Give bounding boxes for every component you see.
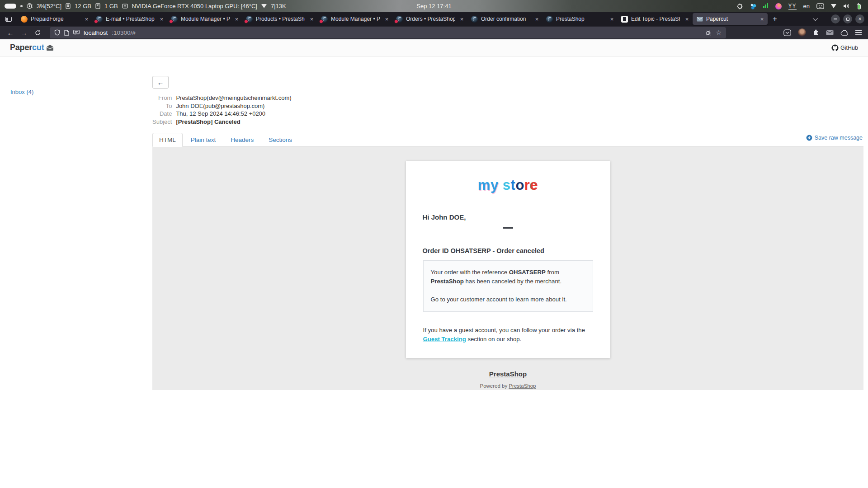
from-value: PrestaShop(dev@meingutscheinmarkt.com) xyxy=(176,94,291,102)
download-icon xyxy=(806,135,812,141)
flame-tray-icon[interactable] xyxy=(775,3,782,9)
tab-email-prestashop[interactable]: E-mail • PrestaShop × xyxy=(92,13,167,25)
tab-close-icon[interactable]: × xyxy=(533,16,541,23)
tab-close-icon[interactable]: × xyxy=(608,16,616,23)
tab-products[interactable]: Products • PrestaShop × xyxy=(242,13,317,25)
order-status-text: Your order with the reference OHSATSERP … xyxy=(431,268,585,286)
papercut-logo: Papercut xyxy=(10,43,54,52)
indicator-tray-icon[interactable] xyxy=(750,3,756,9)
tab-orders[interactable]: Orders • PrestaShop × xyxy=(392,13,467,25)
mail-icon[interactable] xyxy=(826,30,834,35)
browser-toolbar: ← → localhost:10300/# ☆ xyxy=(0,26,868,39)
tab-prestashop[interactable]: PrestaShop × xyxy=(542,13,618,25)
tab-module-manager-2[interactable]: Module Manager • Presta × xyxy=(317,13,392,25)
url-host: localhost xyxy=(84,29,108,36)
back-to-inbox-button[interactable]: ← xyxy=(152,76,169,89)
page-info-icon[interactable] xyxy=(64,30,69,36)
to-value: John DOE(pub@prestashop.com) xyxy=(176,102,291,110)
reload-button[interactable] xyxy=(32,27,43,38)
language-indicator[interactable]: en xyxy=(803,3,810,9)
prestashop-favicon xyxy=(396,16,403,23)
tab-prepaidforge[interactable]: PrepaidForge × xyxy=(17,13,92,25)
tab-close-icon[interactable]: × xyxy=(83,16,90,23)
activities-pill-icon[interactable] xyxy=(5,4,16,9)
window-maximize-button[interactable] xyxy=(843,14,852,23)
notification-badge xyxy=(94,19,98,23)
wifi-icon[interactable] xyxy=(831,4,836,8)
tab-close-icon[interactable]: × xyxy=(758,16,766,23)
to-label: To xyxy=(152,102,176,110)
back-button[interactable]: ← xyxy=(5,27,16,38)
list-all-tabs-button[interactable] xyxy=(809,14,820,24)
shop-name: PrestaShop xyxy=(431,278,464,285)
save-raw-message-link[interactable]: Save raw message xyxy=(806,135,863,141)
tab-plain-text[interactable]: Plain text xyxy=(184,133,223,147)
tab-close-icon[interactable]: × xyxy=(308,16,316,23)
extension-icon[interactable] xyxy=(813,29,819,36)
volume-icon[interactable] xyxy=(843,3,849,9)
notification-badge xyxy=(169,19,173,23)
tab-edit-topic-forum[interactable]: Edit Topic - PrestaShop Fo × xyxy=(618,13,693,25)
pocket-badge-icon[interactable] xyxy=(783,29,791,36)
forward-button[interactable]: → xyxy=(18,27,30,38)
docker-tray-icon[interactable] xyxy=(736,3,743,9)
papercut-favicon xyxy=(696,16,703,23)
prestashop-footer-link[interactable]: PrestaShop xyxy=(489,370,527,378)
tab-order-confirmation[interactable]: Order confirmation × xyxy=(467,13,542,25)
bookmark-star-icon[interactable]: ☆ xyxy=(716,29,722,36)
tab-papercut-active[interactable]: Papercut × xyxy=(693,13,768,25)
message-meta: From PrestaShop(dev@meingutscheinmarkt.c… xyxy=(152,94,292,126)
touchpad-icon[interactable] xyxy=(816,3,824,9)
shield-icon[interactable] xyxy=(54,29,60,36)
prestashop-favicon xyxy=(246,16,253,23)
system-top-bar: 3%[52°C] 12 GB 1 GB NVIDIA GeForce RTX 4… xyxy=(0,0,868,12)
html-preview-frame: my store Hi John DOE, Order ID OHSATSERP… xyxy=(152,147,863,390)
browser-tab-bar: PrepaidForge × E-mail • PrestaShop × Mod… xyxy=(0,12,868,26)
tab-html[interactable]: HTML xyxy=(152,133,183,147)
system-monitor-icon[interactable] xyxy=(763,3,769,9)
tab-headers[interactable]: Headers xyxy=(224,133,260,147)
powered-by-link[interactable]: PrestaShop xyxy=(509,383,536,389)
tab-sections[interactable]: Sections xyxy=(262,133,299,147)
subject-label: Subject xyxy=(152,118,176,126)
swap-stat: 1 GB xyxy=(104,3,118,9)
window-close-button[interactable]: × xyxy=(855,14,864,23)
subject-value: [PrestaShop] Canceled xyxy=(176,118,291,126)
cpu-stat: 3%[52°C] xyxy=(37,3,61,9)
customer-account-text: Go to your customer account to learn mor… xyxy=(431,295,585,304)
extension-bug-icon[interactable] xyxy=(705,30,711,36)
tab-close-icon[interactable]: × xyxy=(233,16,241,23)
guest-tracking-link[interactable]: Guest Tracking xyxy=(423,336,466,343)
url-bar[interactable]: localhost:10300/# ☆ xyxy=(50,27,726,38)
network-stat: 7|13K xyxy=(271,3,286,9)
message-panel: ← From PrestaShop(dev@meingutscheinmarkt… xyxy=(152,56,863,390)
tab-close-icon[interactable]: × xyxy=(383,16,391,23)
divider xyxy=(152,91,863,91)
menu-icon[interactable] xyxy=(855,30,862,35)
prestashop-favicon xyxy=(321,16,328,23)
new-tab-button[interactable]: + xyxy=(769,14,780,24)
sidebar-inbox-link[interactable]: Inbox (4) xyxy=(10,89,33,95)
papercut-page: Papercut GitHub Inbox (4) ← From PrestaS… xyxy=(0,39,868,488)
prestashop-favicon xyxy=(96,16,103,23)
tab-close-icon[interactable]: × xyxy=(683,16,691,23)
github-link[interactable]: GitHub xyxy=(831,44,858,52)
tab-module-manager-1[interactable]: Module Manager • Presta × xyxy=(167,13,242,25)
battery-icon[interactable] xyxy=(856,3,862,9)
dot-icon xyxy=(20,5,23,7)
tab-close-icon[interactable]: × xyxy=(158,16,165,23)
firefox-view-button[interactable] xyxy=(3,14,14,24)
keyboard-indicator[interactable]: ΥΥ xyxy=(788,3,797,10)
forum-favicon xyxy=(621,16,628,23)
swap-icon xyxy=(95,3,100,9)
prestashop-favicon xyxy=(546,16,553,23)
greeting: Hi John DOE, xyxy=(423,213,594,221)
permissions-icon[interactable] xyxy=(73,30,80,35)
cloud-icon[interactable] xyxy=(840,30,849,36)
account-avatar[interactable] xyxy=(798,28,806,37)
clock[interactable]: Sep 12 17:41 xyxy=(416,3,451,9)
notification-badge xyxy=(244,19,248,23)
tab-close-icon[interactable]: × xyxy=(458,16,466,23)
gpu-icon xyxy=(122,4,128,9)
window-minimize-button[interactable] xyxy=(831,14,840,23)
